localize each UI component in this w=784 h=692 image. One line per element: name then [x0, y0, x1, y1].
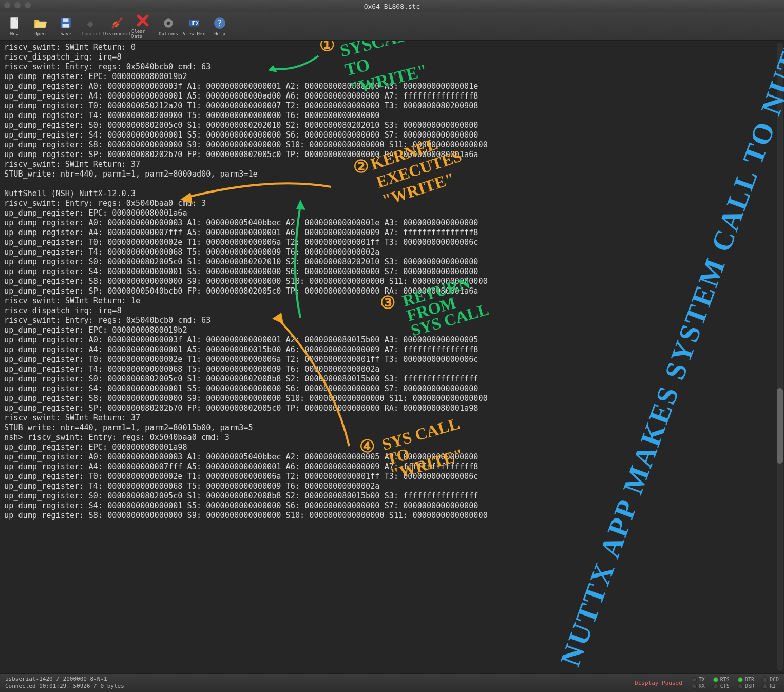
- titlebar[interactable]: Ox64 BL808.stc: [0, 0, 784, 12]
- new-button[interactable]: New: [3, 16, 26, 36]
- terminal-line: nsh> riscv_swint: Entry: regs: 0x5040baa…: [4, 433, 772, 443]
- close-icon[interactable]: [4, 2, 10, 8]
- file-new-icon: [7, 16, 22, 30]
- minimize-icon[interactable]: [14, 2, 21, 8]
- session-info: Connected 00:01:29, 50926 / 0 bytes: [5, 683, 124, 690]
- status-leds: TXRXRTSCTSDTRDSRDCDRI: [692, 677, 779, 689]
- terminal-line: up_dump_register: S8: 0000000000000000 S…: [4, 394, 772, 403]
- terminal-line: up_dump_register: T4: 0000000000000068 T…: [4, 482, 772, 491]
- terminal-line: riscv_swint: SWInt Return: 37: [4, 413, 772, 423]
- led-dsr: DSR: [738, 683, 754, 689]
- terminal-line: up_dump_register: S8: 0000000000000000 S…: [4, 277, 772, 286]
- led-indicator-icon: [762, 677, 768, 682]
- terminal-area[interactable]: riscv_swint: SWInt Return: 0riscv_dispat…: [0, 41, 784, 673]
- svg-line-5: [112, 18, 122, 28]
- app-window: Ox64 BL808.stc New Open Save Connect Dis…: [0, 0, 784, 692]
- save-button[interactable]: Save: [54, 16, 77, 36]
- terminal-line: NuttShell (NSH) NuttX-12.0.3: [4, 189, 772, 199]
- terminal-line: up_dump_register: S0: 00000000802005c0 S…: [4, 257, 772, 267]
- window-controls: [4, 2, 31, 8]
- help-button[interactable]: ? Help: [208, 16, 231, 36]
- terminal-line: up_dump_register: EPC: 00000000800019b2: [4, 72, 772, 82]
- svg-text:?: ?: [217, 18, 222, 28]
- hex-icon: HEX: [187, 16, 201, 30]
- terminal-output: riscv_swint: SWInt Return: 0riscv_dispat…: [0, 41, 776, 673]
- led-label: RTS: [720, 677, 730, 682]
- toolbar-label: Connect: [82, 31, 101, 36]
- terminal-line: up_dump_register: T0: 000000000000002e T…: [4, 238, 772, 247]
- terminal-line: riscv_dispatch_irq: irq=8: [4, 306, 772, 316]
- terminal-line: up_dump_register: T0: 000000000000002e T…: [4, 355, 772, 364]
- clear-data-button[interactable]: Clear Data: [131, 13, 154, 39]
- toolbar-label: New: [10, 31, 18, 36]
- disconnect-button[interactable]: Disconnect: [106, 16, 128, 36]
- terminal-line: riscv_swint: Entry: regs: 0x5040bcb0 cmd…: [4, 62, 772, 72]
- zoom-icon[interactable]: [25, 2, 31, 8]
- terminal-line: up_dump_register: SP: 000000005040bcb0 F…: [4, 286, 772, 296]
- led-label: DCD: [770, 677, 779, 682]
- led-label: RI: [770, 683, 776, 689]
- scrollbar-track[interactable]: [777, 43, 783, 671]
- terminal-line: up_dump_register: A0: 0000000000000003 A…: [4, 218, 772, 228]
- led-label: RX: [699, 683, 705, 689]
- terminal-line: up_dump_register: A4: 0000000000000001 A…: [4, 345, 772, 355]
- terminal-line: up_dump_register: SP: 0000000080202b70 F…: [4, 403, 772, 413]
- display-paused-label: Display Paused: [635, 680, 682, 686]
- terminal-line: up_dump_register: S4: 0000000000000001 S…: [4, 501, 772, 511]
- terminal-line: up_dump_register: A4: 0000000000000001 A…: [4, 91, 772, 101]
- terminal-line: up_dump_register: T4: 0000000000000068 T…: [4, 247, 772, 257]
- terminal-line: riscv_swint: SWInt Return: 1e: [4, 296, 772, 306]
- terminal-line: up_dump_register: A4: 0000000000007fff A…: [4, 462, 772, 472]
- terminal-line: riscv_dispatch_irq: irq=8: [4, 52, 772, 62]
- view-hex-button[interactable]: HEX View Hex: [183, 16, 205, 36]
- terminal-line: up_dump_register: S0: 00000000802005c0 S…: [4, 491, 772, 501]
- terminal-line: up_dump_register: SP: 0000000080202b70 F…: [4, 150, 772, 160]
- terminal-line: [4, 179, 772, 189]
- led-rx: RX: [692, 683, 705, 689]
- led-indicator-icon: [713, 684, 718, 689]
- svg-text:HEX: HEX: [189, 21, 199, 26]
- terminal-line: up_dump_register: S4: 0000000000000001 S…: [4, 130, 772, 140]
- led-indicator-icon: [738, 677, 743, 682]
- led-label: DSR: [745, 683, 754, 689]
- led-indicator-icon: [692, 677, 697, 682]
- terminal-line: riscv_swint: SWInt Return: 37: [4, 160, 772, 169]
- svg-point-9: [167, 22, 170, 25]
- terminal-line: up_dump_register: A0: 000000000000003f A…: [4, 335, 772, 345]
- terminal-line: riscv_swint: Entry: regs: 0x5040baa0 cmd…: [4, 199, 772, 208]
- terminal-line: up_dump_register: T0: 0000000050212a20 T…: [4, 101, 772, 111]
- toolbar-label: Help: [214, 31, 225, 36]
- led-indicator-icon: [738, 684, 743, 689]
- terminal-line: up_dump_register: EPC: 0000000080001a6a: [4, 208, 772, 218]
- statusbar: usbserial-1420 / 2000000 8-N-1 Connected…: [0, 673, 784, 692]
- folder-open-icon: [33, 16, 47, 30]
- port-info: usbserial-1420 / 2000000 8-N-1: [5, 676, 124, 683]
- terminal-line: up_dump_register: T4: 0000000080200900 T…: [4, 111, 772, 121]
- toolbar-label: Clear Data: [131, 29, 154, 39]
- terminal-line: up_dump_register: S4: 0000000000000001 S…: [4, 267, 772, 277]
- led-rts: RTS: [713, 677, 730, 682]
- scrollbar-thumb[interactable]: [777, 388, 783, 464]
- terminal-line: up_dump_register: S8: 0000000000000000 S…: [4, 140, 772, 150]
- terminal-line: up_dump_register: T4: 0000000000000068 T…: [4, 364, 772, 374]
- led-tx: TX: [692, 677, 705, 682]
- terminal-line: up_dump_register: A4: 0000000000007fff A…: [4, 228, 772, 238]
- help-icon: ?: [213, 16, 227, 30]
- window-title: Ox64 BL808.stc: [364, 3, 420, 10]
- toolbar-label: Open: [34, 31, 46, 36]
- floppy-disk-icon: [59, 16, 73, 30]
- terminal-line: up_dump_register: S4: 0000000000000001 S…: [4, 384, 772, 394]
- terminal-line: up_dump_register: S8: 0000000000000000 S…: [4, 511, 772, 521]
- connect-button[interactable]: Connect: [80, 16, 103, 36]
- options-button[interactable]: Options: [157, 16, 180, 36]
- toolbar-label: View Hex: [183, 31, 205, 36]
- x-clear-icon: [136, 13, 150, 28]
- plug-connect-icon: [84, 16, 99, 30]
- toolbar-label: Disconnect: [103, 31, 131, 36]
- led-label: TX: [699, 677, 705, 682]
- led-dcd: DCD: [762, 677, 779, 682]
- terminal-line: STUB_write: nbr=440, parm1=1, parm2=8000…: [4, 169, 772, 179]
- svg-rect-3: [63, 18, 69, 22]
- open-button[interactable]: Open: [29, 16, 51, 36]
- svg-rect-4: [63, 24, 69, 28]
